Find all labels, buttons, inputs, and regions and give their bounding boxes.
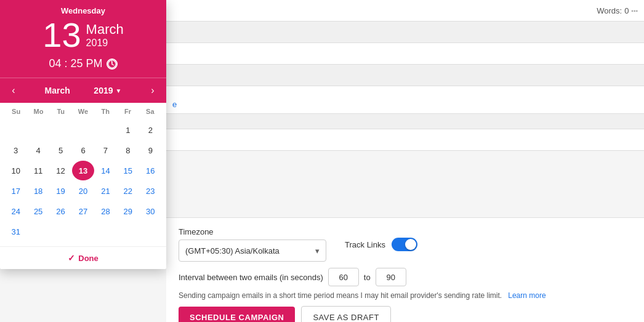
bottom-panel: Timezone (GMT+05:30) Asia/Kolkata ▾ Trac… (166, 217, 644, 322)
calendar-day[interactable]: 11 (27, 161, 49, 180)
interval-label: Interval between two emails (in seconds) (179, 273, 323, 282)
timezone-dropdown-arrow: ▾ (315, 246, 320, 256)
schedule-campaign-button[interactable]: SCHEDULE CAMPAIGN (179, 307, 295, 322)
calendar-day[interactable]: 16 (140, 161, 161, 180)
calendar-day[interactable]: 13 (72, 161, 94, 180)
svg-line-2 (112, 64, 114, 65)
interval-section: Interval between two emails (in seconds)… (179, 268, 632, 286)
save-draft-button[interactable]: SAVE AS DRAFT (301, 306, 390, 322)
calendar-day (72, 222, 94, 241)
timezone-label: Timezone (179, 227, 326, 236)
weekday-we: We (72, 105, 94, 118)
calendar-day[interactable]: 25 (27, 201, 49, 221)
words-value: 0 (624, 6, 629, 15)
interval-to-input[interactable]: 90 (376, 268, 406, 286)
weekday-th: Th (94, 105, 116, 118)
calendar-popup: Wednesday 13 March 2019 04 : 25 PM ‹ Mar… (0, 0, 166, 269)
calendar-day[interactable]: 8 (117, 140, 139, 160)
calendar-day[interactable]: 24 (5, 201, 26, 221)
calendar-day[interactable]: 31 (5, 222, 26, 241)
calendar-day[interactable]: 6 (72, 140, 94, 160)
calendar-day[interactable]: 19 (50, 181, 71, 201)
calendar-day (27, 120, 49, 140)
words-counter: Words: 0 ▪▪▪ (597, 6, 638, 15)
calendar-month-text: March (86, 22, 124, 38)
warning-text: Sending campaign emails in a short time … (179, 291, 632, 300)
calendar-day[interactable]: 29 (117, 201, 139, 221)
calendar-day (140, 222, 161, 241)
calendar-day[interactable]: 22 (117, 181, 139, 201)
prev-month-button[interactable]: ‹ (6, 83, 21, 98)
calendar-done-button[interactable]: ✓ Done (68, 253, 99, 263)
weekday-sa: Sa (139, 105, 161, 118)
bottom-buttons: SCHEDULE CAMPAIGN SAVE AS DRAFT (179, 306, 632, 322)
calendar-year-value: 2019 (94, 86, 113, 95)
calendar-day[interactable]: 9 (140, 140, 161, 160)
calendar-day[interactable]: 4 (27, 140, 49, 160)
weekday-fr: Fr (116, 105, 139, 118)
content-hint: e (166, 95, 644, 114)
calendar-day[interactable]: 2 (140, 120, 161, 140)
calendar-days: 1234567891011121314151617181920212223242… (5, 120, 161, 241)
calendar-grid: SuMoTuWeThFrSa 1234567891011121314151617… (0, 103, 166, 246)
calendar-day[interactable]: 15 (117, 161, 139, 180)
calendar-day[interactable]: 12 (50, 161, 71, 180)
calendar-day (50, 222, 71, 241)
calendar-day[interactable]: 27 (72, 201, 94, 221)
calendar-day (72, 120, 94, 140)
timezone-select[interactable]: (GMT+05:30) Asia/Kolkata ▾ (179, 239, 326, 262)
next-month-button[interactable]: › (145, 83, 160, 98)
weekday-su: Su (5, 105, 27, 118)
calendar-done-section: ✓ Done (0, 246, 166, 269)
calendar-day[interactable]: 20 (72, 181, 94, 201)
hint-text: e (172, 100, 177, 109)
calendar-day[interactable]: 23 (140, 181, 161, 201)
calendar-day (27, 222, 49, 241)
calendar-month-year: March 2019 (86, 22, 124, 49)
calendar-nav: ‹ March 2019 ▼ › (0, 78, 166, 103)
calendar-date-row: 13 March 2019 (10, 18, 156, 52)
calendar-day (95, 222, 116, 241)
weekday-mo: Mo (27, 105, 49, 118)
toggle-knob (405, 239, 416, 250)
interval-to-label: to (364, 273, 371, 282)
calendar-time: 04 : 25 PM (49, 57, 102, 70)
check-icon: ✓ (68, 253, 75, 263)
warning-message: Sending campaign emails in a short time … (179, 291, 502, 300)
calendar-day (117, 222, 139, 241)
calendar-day[interactable]: 14 (95, 161, 116, 180)
calendar-day[interactable]: 28 (95, 201, 116, 221)
calendar-day-name: Wednesday (10, 6, 156, 15)
calendar-day[interactable]: 1 (117, 120, 139, 140)
chart-icon: ▪▪▪ (631, 7, 638, 14)
calendar-date-number: 13 (42, 18, 81, 52)
track-links-section: Track Links (345, 238, 417, 251)
calendar-time-row: 04 : 25 PM (10, 57, 156, 70)
calendar-day[interactable]: 17 (5, 181, 26, 201)
timezone-section: Timezone (GMT+05:30) Asia/Kolkata ▾ (179, 227, 326, 262)
calendar-year-text: 2019 (86, 38, 124, 49)
calendar-day[interactable]: 26 (50, 201, 71, 221)
calendar-nav-month: March (45, 86, 70, 95)
track-links-toggle[interactable] (392, 238, 417, 251)
timezone-value: (GMT+05:30) Asia/Kolkata (185, 246, 280, 256)
calendar-day[interactable]: 3 (5, 140, 26, 160)
calendar-day[interactable]: 21 (95, 181, 116, 201)
calendar-day[interactable]: 7 (95, 140, 116, 160)
interval-from-input[interactable]: 60 (328, 268, 359, 286)
calendar-year-selector[interactable]: 2019 ▼ (94, 86, 121, 95)
calendar-header: Wednesday 13 March 2019 04 : 25 PM (0, 0, 166, 78)
track-links-label: Track Links (345, 240, 385, 249)
calendar-day[interactable]: 18 (27, 181, 49, 201)
clock-icon[interactable] (107, 58, 118, 70)
calendar-day[interactable]: 10 (5, 161, 26, 180)
weekday-tu: Tu (50, 105, 72, 118)
calendar-weekdays: SuMoTuWeThFrSa (5, 105, 161, 118)
done-label: Done (78, 254, 99, 263)
calendar-day (95, 120, 116, 140)
learn-more-link[interactable]: Learn more (508, 291, 545, 300)
calendar-day (5, 120, 26, 140)
calendar-day[interactable]: 30 (140, 201, 161, 221)
words-label: Words: (597, 6, 622, 15)
calendar-day[interactable]: 5 (50, 140, 71, 160)
